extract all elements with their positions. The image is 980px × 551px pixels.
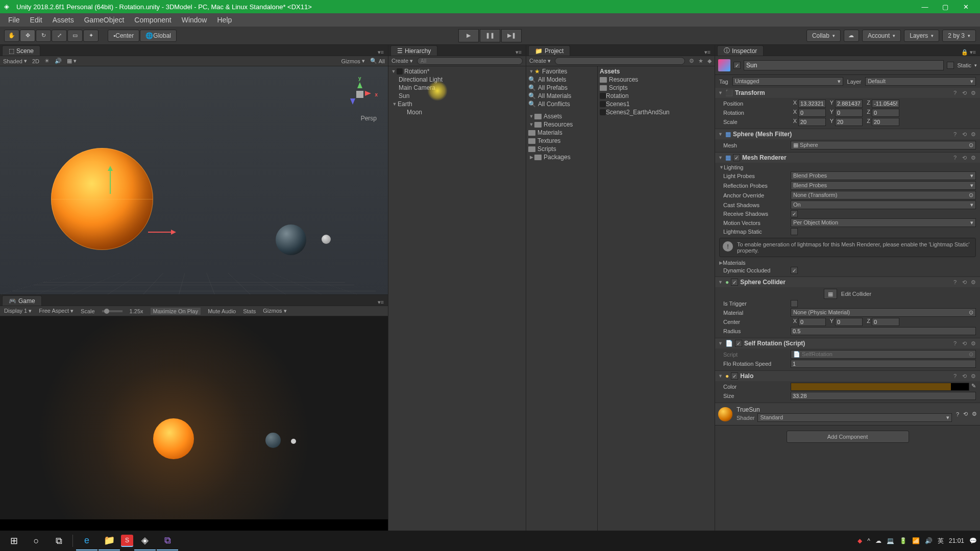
- menu-gameobject[interactable]: GameObject: [79, 14, 130, 26]
- assets-folder[interactable]: ▼Assets: [526, 112, 597, 120]
- scene-view[interactable]: Shaded ▾ 2D ☀ 🔊 ▦ ▾ Gizmos ▾ 🔍All: [0, 56, 388, 295]
- asset-resources[interactable]: Resources: [598, 76, 715, 84]
- component-meshfilter-header[interactable]: ▼▦ Sphere (Mesh Filter) ?⟲⚙: [715, 129, 980, 139]
- transform-tool[interactable]: ✦: [83, 30, 99, 42]
- meshrenderer-enable[interactable]: [733, 154, 740, 161]
- tab-hierarchy[interactable]: ☰ Hierarchy: [390, 45, 437, 56]
- dynamic-occluded-checkbox[interactable]: [791, 267, 798, 274]
- menu-assets[interactable]: Assets: [47, 14, 79, 26]
- lighting-toggle[interactable]: ☀: [44, 58, 50, 64]
- position-y[interactable]: [835, 99, 863, 108]
- move-gizmo-y[interactable]: [110, 168, 111, 194]
- halo-enable[interactable]: [731, 372, 738, 380]
- help-icon[interactable]: ?: [951, 279, 959, 286]
- fav-all-prefabs[interactable]: 🔍All Prefabs: [526, 84, 597, 92]
- hierarchy-moon[interactable]: Moon: [388, 108, 526, 116]
- tray-onedrive-icon[interactable]: ☁: [875, 537, 881, 544]
- component-spherecollider-header[interactable]: ▼● Sphere Collider ?⟲⚙: [715, 277, 980, 287]
- gameobject-icon[interactable]: [718, 59, 730, 71]
- layer-dropdown[interactable]: Default▾: [865, 77, 976, 86]
- cortana-button[interactable]: ○: [26, 531, 47, 550]
- script-enable[interactable]: [735, 340, 742, 347]
- help-icon[interactable]: ?: [956, 411, 959, 417]
- reset-icon[interactable]: ⟲: [961, 154, 968, 161]
- asset-scenes2[interactable]: Scenes2_EarthAndSun: [598, 108, 715, 116]
- layout-dropdown[interactable]: 2 by 3: [942, 30, 976, 42]
- tab-project[interactable]: 📁 Project: [528, 45, 570, 56]
- gear-icon[interactable]: ⚙: [972, 411, 977, 417]
- edit-collider-button[interactable]: ▦: [824, 289, 837, 299]
- anchor-override-field[interactable]: None (Transform)⊙: [791, 191, 976, 199]
- collab-dropdown[interactable]: Collab: [806, 30, 841, 42]
- taskbar-edge[interactable]: e: [76, 531, 97, 550]
- gear-icon[interactable]: ⚙: [970, 340, 977, 347]
- folder-textures[interactable]: Textures: [526, 137, 597, 145]
- maximize-toggle[interactable]: Maximize On Play: [151, 308, 201, 315]
- menu-edit[interactable]: Edit: [25, 14, 47, 26]
- project-breadcrumb[interactable]: Assets: [598, 67, 715, 76]
- scene-moon-object[interactable]: [322, 235, 331, 244]
- component-script-header[interactable]: ▼📄 Self Rotation (Script) ?⟲⚙: [715, 338, 980, 348]
- reset-icon[interactable]: ⟲: [961, 131, 968, 138]
- space-toggle[interactable]: 🌐 Global: [140, 30, 177, 42]
- hierarchy-sun[interactable]: Sun: [388, 92, 526, 100]
- stats-toggle[interactable]: Stats: [243, 308, 256, 314]
- taskbar-vs[interactable]: ⧉: [157, 531, 178, 550]
- scale-slider[interactable]: [102, 310, 122, 312]
- fav-all-materials[interactable]: 🔍All Materials: [526, 92, 597, 100]
- tray-network-icon[interactable]: 💻: [887, 537, 894, 544]
- project-create-button[interactable]: Create ▾: [529, 58, 551, 64]
- cast-shadows-dropdown[interactable]: On▾: [791, 201, 976, 209]
- gear-icon[interactable]: ⚙: [970, 154, 977, 161]
- static-checkbox[interactable]: [947, 62, 954, 69]
- asset-scripts[interactable]: Scripts: [598, 84, 715, 92]
- help-icon[interactable]: ?: [951, 154, 959, 161]
- menu-file[interactable]: File: [3, 14, 25, 26]
- hierarchy-search[interactable]: [417, 57, 523, 65]
- reset-icon[interactable]: ⟲: [961, 372, 968, 380]
- shading-dropdown[interactable]: Shaded ▾: [3, 58, 27, 64]
- rotation-speed-field[interactable]: [791, 360, 976, 368]
- start-button[interactable]: ⊞: [3, 531, 24, 550]
- game-gizmos-dropdown[interactable]: Gizmos ▾: [263, 308, 286, 314]
- lightmap-static-checkbox[interactable]: [791, 228, 798, 235]
- menu-help[interactable]: Help: [212, 14, 237, 26]
- motion-vectors-dropdown[interactable]: Per Object Motion▾: [791, 218, 976, 227]
- taskbar-app-red[interactable]: S: [121, 535, 133, 547]
- scale-y[interactable]: [835, 118, 863, 126]
- active-checkbox[interactable]: [733, 62, 741, 69]
- move-tool[interactable]: ✥: [20, 30, 35, 42]
- tab-menu-icon[interactable]: ▾≡: [374, 299, 388, 306]
- tab-menu-icon[interactable]: ▾≡: [700, 49, 715, 56]
- lock-icon[interactable]: 🔒 ▾≡: [957, 49, 980, 56]
- halo-color-field[interactable]: [791, 383, 969, 391]
- taskbar-explorer[interactable]: 📁: [99, 531, 120, 550]
- fav-all-conflicts[interactable]: 🔍All Conflicts: [526, 100, 597, 108]
- hierarchy-directional-light[interactable]: Directional Light: [388, 76, 526, 84]
- audio-toggle[interactable]: 🔊: [55, 58, 62, 64]
- rect-tool[interactable]: ▭: [67, 30, 83, 42]
- material-header[interactable]: TrueSun ShaderStandard▾ ?⟲⚙: [715, 403, 980, 425]
- packages-folder[interactable]: ▶Packages: [526, 153, 597, 161]
- filter-icon[interactable]: ⚙: [689, 58, 694, 64]
- help-icon[interactable]: ?: [951, 131, 959, 138]
- save-search-icon[interactable]: ◆: [707, 58, 712, 64]
- gameobject-name-field[interactable]: [744, 60, 944, 70]
- reflection-probes-dropdown[interactable]: Blend Probes▾: [791, 181, 976, 190]
- tray-clock[interactable]: 21:01: [949, 537, 964, 544]
- radius-field[interactable]: [791, 327, 976, 335]
- component-transform-header[interactable]: ▼⬛ Transform ? ⟲ ⚙: [715, 88, 980, 98]
- hand-tool[interactable]: ✋: [4, 30, 19, 42]
- taskbar-unity[interactable]: ◈: [134, 531, 156, 550]
- scale-z[interactable]: [872, 118, 899, 126]
- rotation-x[interactable]: [798, 109, 826, 117]
- center-y[interactable]: [835, 318, 863, 326]
- hierarchy-main-camera[interactable]: Main Camera: [388, 84, 526, 92]
- scene-viewport[interactable]: xy Persp: [0, 66, 388, 294]
- layers-dropdown[interactable]: Layers: [904, 30, 939, 42]
- hierarchy-earth[interactable]: ▼Earth: [388, 100, 526, 108]
- favorites-header[interactable]: ▼★Favorites: [526, 67, 597, 76]
- center-z[interactable]: [872, 318, 899, 326]
- pause-button[interactable]: ❚❚: [480, 29, 500, 42]
- add-component-button[interactable]: Add Component: [787, 431, 909, 443]
